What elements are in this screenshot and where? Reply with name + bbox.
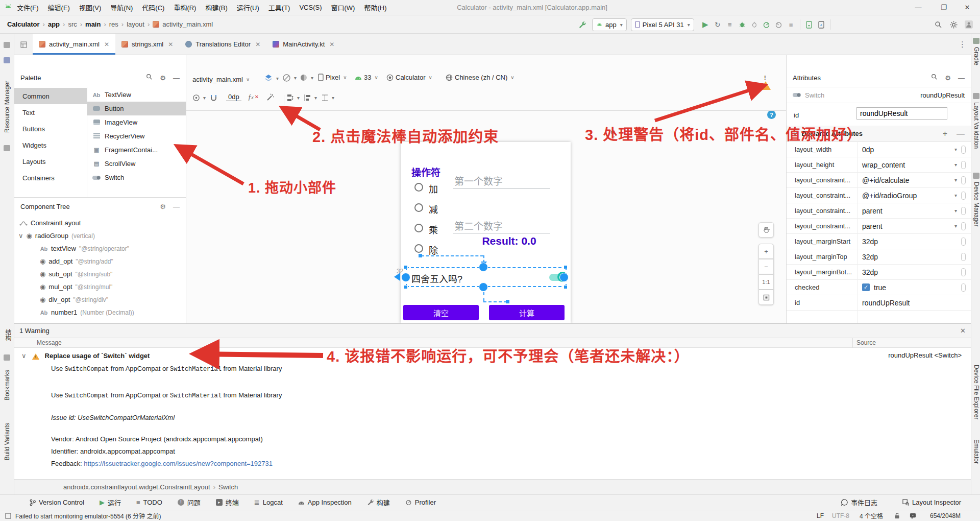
attr-row[interactable]: layout_marginBot...32dp: [787, 265, 971, 280]
search-icon[interactable]: [146, 74, 153, 82]
search-icon[interactable]: [932, 18, 944, 31]
remove-attribute-icon[interactable]: —: [957, 129, 965, 138]
palette-item-recyclerview[interactable]: RecyclerView: [87, 129, 186, 143]
close-panel-icon[interactable]: ✕: [960, 327, 966, 335]
night-mode-icon[interactable]: ▾: [300, 74, 313, 82]
attr-value[interactable]: 32dp: [862, 268, 878, 276]
palette-item-fragmentcontainer[interactable]: ▣FragmentContai...: [87, 143, 186, 157]
palette-category-layouts[interactable]: Layouts: [14, 153, 87, 170]
attr-value[interactable]: parent: [862, 207, 883, 215]
sidebar-item-structure[interactable]: 结构: [4, 329, 12, 341]
selection-handle[interactable]: [404, 265, 408, 269]
project-tool-icon[interactable]: [4, 42, 10, 48]
device-pair-icon[interactable]: [815, 18, 827, 31]
breadcrumb-src[interactable]: src: [68, 20, 77, 28]
start-constraint-handle[interactable]: [401, 273, 410, 282]
flag-toggle[interactable]: [961, 207, 966, 215]
indent-indicator[interactable]: 4 个空格: [860, 511, 883, 520]
flag-toggle[interactable]: [961, 146, 966, 154]
pan-hand-icon[interactable]: [758, 222, 774, 238]
zoom-reset-button[interactable]: 1:1: [758, 274, 774, 290]
radio-div[interactable]: [414, 244, 423, 253]
palette-category-buttons[interactable]: Buttons: [14, 121, 87, 137]
apply-changes-icon[interactable]: ↻: [712, 18, 724, 31]
device-selector[interactable]: Pixel 5 API 31▾: [631, 18, 694, 31]
maximize-button[interactable]: ❐: [933, 0, 954, 15]
radio-mul[interactable]: [414, 224, 423, 232]
dropdown-icon[interactable]: ▾: [954, 193, 957, 198]
sync-device-icon[interactable]: [803, 18, 815, 31]
attr-row[interactable]: layout_constraint...@+id/radioGroup▾: [787, 188, 971, 203]
warning-source[interactable]: roundUpResult <Switch>: [888, 351, 962, 359]
close-button[interactable]: ✕: [957, 0, 978, 15]
calc-button[interactable]: 计算: [489, 305, 565, 320]
attr-value[interactable]: @+id/radioGroup: [862, 192, 917, 200]
memory-indicator[interactable]: 654/2048M: [930, 512, 961, 519]
avatar[interactable]: [963, 18, 975, 31]
id-input[interactable]: [856, 107, 947, 120]
breadcrumb-file[interactable]: activity_main.xml: [162, 20, 213, 28]
locale-selector[interactable]: Chinese (zh / CN)∨: [446, 74, 514, 81]
flag-toggle[interactable]: [961, 283, 966, 292]
sidebar-item-device-manager[interactable]: Device Manager: [973, 182, 980, 226]
blueprint-icon[interactable]: ▾: [282, 74, 297, 82]
minimize-panel-icon[interactable]: —: [173, 203, 180, 210]
palette-category-common[interactable]: Common: [14, 88, 87, 104]
bottom-constraint-handle[interactable]: [479, 282, 488, 292]
flag-toggle[interactable]: [961, 192, 966, 200]
sidebar-item-layout-validation[interactable]: Layout Validation: [973, 102, 980, 149]
run-config-selector[interactable]: app▾: [592, 18, 627, 31]
notification-icon[interactable]: [910, 512, 916, 520]
tool-build[interactable]: 构建: [367, 498, 390, 507]
palette-item-textview[interactable]: AbTextView: [87, 88, 186, 102]
expander-icon[interactable]: ∨: [18, 232, 23, 240]
sidebar-item-emulator[interactable]: Emulator: [973, 439, 980, 464]
close-tab-icon[interactable]: ✕: [255, 41, 260, 48]
tab-mainactivity-kt[interactable]: MainActivity.kt✕: [266, 34, 340, 55]
more-options-icon[interactable]: ⋮: [959, 40, 966, 49]
tool-event-log[interactable]: 事件日志: [841, 498, 877, 507]
encoding-indicator[interactable]: UTF-8: [832, 512, 849, 519]
zoom-in-button[interactable]: +: [758, 244, 774, 259]
tool-version-control[interactable]: Version Control: [30, 499, 84, 506]
tool-layout-inspector[interactable]: Layout Inspector: [902, 499, 961, 506]
tool-logcat[interactable]: ≣Logcat: [254, 499, 283, 506]
tool-todo[interactable]: ≡TODO: [136, 499, 162, 506]
menu-vcs[interactable]: VCS(S): [295, 4, 326, 11]
close-tab-icon[interactable]: ✕: [104, 41, 109, 48]
menu-refactor[interactable]: 重构(R): [169, 3, 201, 12]
attr-value[interactable]: @+id/calculate: [862, 176, 909, 184]
attr-value[interactable]: 0dp: [862, 146, 874, 154]
close-tab-icon[interactable]: ✕: [329, 41, 334, 48]
selection-handle[interactable]: [404, 285, 408, 289]
lock-icon[interactable]: [894, 512, 900, 520]
device-size-selector[interactable]: Pixel∨: [318, 74, 347, 81]
attr-value[interactable]: parent: [862, 222, 883, 230]
palette-item-switch[interactable]: Switch: [87, 171, 186, 184]
menu-tools[interactable]: 工具(T): [264, 3, 295, 12]
dropdown-icon[interactable]: ▾: [954, 223, 957, 229]
palette-item-imageview[interactable]: ImageView: [87, 115, 186, 129]
column-message[interactable]: Message: [37, 339, 62, 346]
breadcrumb-switch[interactable]: Switch: [218, 483, 238, 491]
tool-app-inspection[interactable]: App Inspection: [298, 499, 352, 506]
device-manager-icon[interactable]: [973, 173, 979, 179]
profiler-low-overhead-icon[interactable]: [773, 18, 785, 31]
menu-help[interactable]: 帮助(H): [359, 3, 391, 12]
checkbox-checked-icon[interactable]: ✓: [862, 283, 870, 291]
attr-row-checked[interactable]: checked✓true: [787, 280, 971, 295]
tree-row-mul-opt[interactable]: ◉mul_opt"@string/mul": [40, 280, 112, 293]
api-selector[interactable]: 33∨: [355, 74, 378, 81]
attr-value[interactable]: 32dp: [862, 238, 878, 246]
pack-icon[interactable]: ▾: [286, 94, 300, 102]
add-attribute-icon[interactable]: +: [943, 129, 947, 138]
clear-button[interactable]: 清空: [403, 305, 479, 320]
breadcrumb-res[interactable]: res: [109, 20, 118, 28]
tree-row-radiogroup[interactable]: ∨ ◉ radioGroup (vertical): [18, 229, 95, 242]
infer-constraints-wand-icon[interactable]: [266, 93, 275, 102]
breadcrumb-main[interactable]: main: [85, 20, 101, 28]
sidebar-item-build-variants[interactable]: Build Variants: [4, 423, 11, 460]
autoconnect-magnet-icon[interactable]: [210, 94, 217, 102]
menu-view[interactable]: 视图(V): [75, 3, 106, 12]
radio-sub[interactable]: [414, 203, 423, 212]
